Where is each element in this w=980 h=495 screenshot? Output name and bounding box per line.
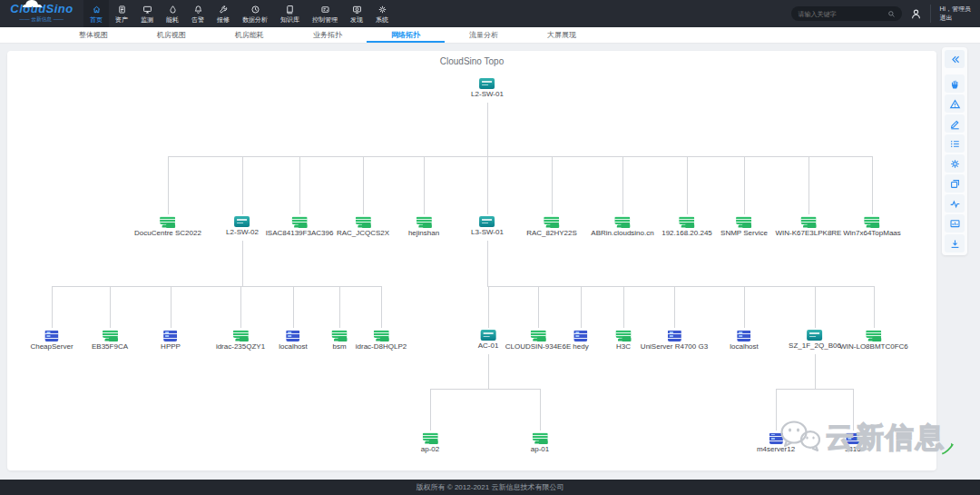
topo-node[interactable]: AC-01 [478, 330, 499, 350]
tab-overall-view[interactable]: 整体视图 [54, 27, 132, 43]
tab-business-topo[interactable]: 业务拓扑 [289, 27, 367, 43]
topnav-item-label: 知识库 [280, 16, 299, 23]
topo-edge [487, 156, 488, 214]
host-device-icon [160, 216, 175, 228]
host-device-icon [737, 216, 752, 228]
topnav-item-home[interactable]: 首页 [83, 0, 109, 27]
topo-node[interactable]: L2-SW-01 [471, 78, 504, 98]
topo-node[interactable]: 192.168.20.245 [662, 216, 712, 237]
topo-node[interactable]: J316 [845, 432, 860, 453]
topo-node[interactable]: RAC_JCQCS2X [337, 216, 389, 237]
topo-node[interactable]: RAC_82HY22S [526, 216, 577, 237]
hand-tool-icon [949, 78, 961, 90]
topo-edge [853, 389, 854, 431]
topnav-item-repair[interactable]: 报修 [211, 0, 236, 27]
tab-traffic-analysis[interactable]: 流量分析 [445, 27, 523, 43]
toolbar-export-button[interactable] [945, 234, 965, 252]
search-icon[interactable] [887, 10, 896, 18]
toolbar-dashboard-button[interactable] [945, 214, 965, 233]
server-device-icon [769, 432, 783, 444]
topo-node-label: DocuCentre SC2022 [134, 229, 201, 237]
toolbar-edit-button[interactable] [945, 114, 965, 133]
topnav-item-label: 监测 [141, 16, 153, 23]
top-bar: CloudSino 云新信息 首页资产监测能耗告警报修数据分析知识库控制管理发现… [0, 0, 980, 27]
topo-node-label: hedy [573, 342, 588, 351]
topnav-item-knowledge-base[interactable]: 知识库 [274, 0, 306, 27]
topo-node[interactable]: m4server12 [757, 432, 795, 453]
collapse-icon [949, 54, 961, 65]
topo-edge [487, 241, 488, 286]
tab-network-topo[interactable]: 网络拓扑 [367, 27, 445, 43]
switch-device-icon [480, 216, 495, 227]
topo-node[interactable]: SNMP Service [720, 216, 768, 237]
user-icon[interactable] [910, 8, 922, 20]
topo-node[interactable]: UniServer R4700 G3 [641, 330, 708, 351]
topo-node[interactable]: localhost [279, 330, 308, 351]
control-icon [320, 5, 330, 15]
host-device-icon [867, 330, 882, 342]
toolbar-layers-button[interactable] [945, 174, 965, 193]
toolbar-hand-tool-button[interactable] [945, 74, 965, 93]
topo-node-label: localhost [730, 342, 759, 351]
topnav-item-discovery[interactable]: 发现 [344, 0, 369, 27]
topo-node-label: SZ_1F_2Q_B06 [789, 342, 841, 350]
topnav-item-energy[interactable]: 能耗 [160, 0, 185, 27]
topo-node[interactable]: Win7x64TopMaas [843, 216, 901, 237]
toolbar-activity-button[interactable] [945, 194, 965, 213]
toolbar-collapse-button[interactable] [945, 50, 965, 68]
topo-node-label: WIN-K67E3LPK8RE [776, 229, 842, 237]
topo-node-label: WIN-LO8BMTC0FC6 [839, 342, 908, 351]
topnav-item-data-analysis[interactable]: 数据分析 [236, 0, 274, 27]
app-logo-subtitle: 云新信息 [20, 15, 64, 24]
topo-edge [674, 286, 675, 328]
topo-node[interactable]: idrac-235QZY1 [216, 330, 265, 351]
topo-node[interactable]: SZ_1F_2Q_B06 [789, 330, 841, 350]
topo-node[interactable]: ABRin.cloudsino.cn [591, 216, 653, 237]
topo-edge [622, 156, 623, 214]
topo-node[interactable]: CheapServer [30, 330, 73, 351]
topo-node[interactable]: ap-01 [531, 432, 549, 453]
host-device-icon [615, 216, 631, 228]
topnav-item-label: 系统 [376, 16, 388, 23]
topo-node[interactable]: hedy [573, 330, 588, 351]
topnav-item-assets[interactable]: 资产 [109, 0, 134, 27]
topo-node[interactable]: bsm [332, 330, 348, 351]
topo-edge [487, 286, 874, 287]
logout-link[interactable]: 退出 [939, 14, 971, 23]
topo-edge [430, 389, 540, 390]
topo-node[interactable]: EB35F9CA [92, 330, 128, 351]
tab-room-view[interactable]: 机房视图 [132, 27, 211, 43]
topology-canvas: CloudSino Topo L2-SW-01DocuCentre SC2022… [7, 51, 936, 470]
topo-node[interactable]: hejinshan [408, 216, 439, 237]
topnav-item-control-mgmt[interactable]: 控制管理 [306, 0, 344, 27]
toolbar-settings-button[interactable] [945, 154, 965, 173]
knowledge-icon [285, 5, 295, 15]
list-icon [949, 138, 961, 150]
topo-node[interactable]: L2-SW-02 [226, 216, 259, 236]
switch-device-icon [808, 330, 823, 341]
topnav-item-system[interactable]: 系统 [369, 0, 395, 27]
topo-node[interactable]: HPPP [161, 330, 181, 351]
topo-node[interactable]: L3-SW-01 [471, 216, 504, 236]
topnav-item-monitoring[interactable]: 监测 [134, 0, 160, 27]
search-box[interactable] [791, 6, 902, 21]
topo-node[interactable]: H3C [616, 330, 632, 351]
topo-node[interactable]: DocuCentre SC2022 [134, 216, 201, 237]
topnav-item-alarm[interactable]: 告警 [185, 0, 211, 27]
topo-node[interactable]: ap-02 [421, 432, 439, 453]
topo-node[interactable]: idrac-D8HQLP2 [356, 330, 407, 351]
topo-node[interactable]: WIN-LO8BMTC0FC6 [839, 330, 908, 351]
toolbar-alert-button[interactable] [945, 94, 965, 113]
topo-node[interactable]: ISAC84139F3AC396 [266, 216, 334, 237]
topo-node[interactable]: localhost [730, 330, 759, 351]
topo-node[interactable]: CLOUDSIN-934E6E [505, 330, 571, 351]
toolbar-list-button[interactable] [945, 134, 965, 153]
server-device-icon [573, 330, 587, 342]
search-input[interactable] [798, 11, 884, 17]
topo-node[interactable]: WIN-K67E3LPK8RE [776, 216, 842, 237]
tab-big-screen[interactable]: 大屏展现 [523, 27, 601, 43]
tab-room-energy[interactable]: 机房能耗 [211, 27, 289, 43]
app-logo[interactable]: CloudSino 云新信息 [0, 0, 83, 27]
settings-icon [949, 158, 961, 170]
topo-edge [776, 389, 777, 431]
